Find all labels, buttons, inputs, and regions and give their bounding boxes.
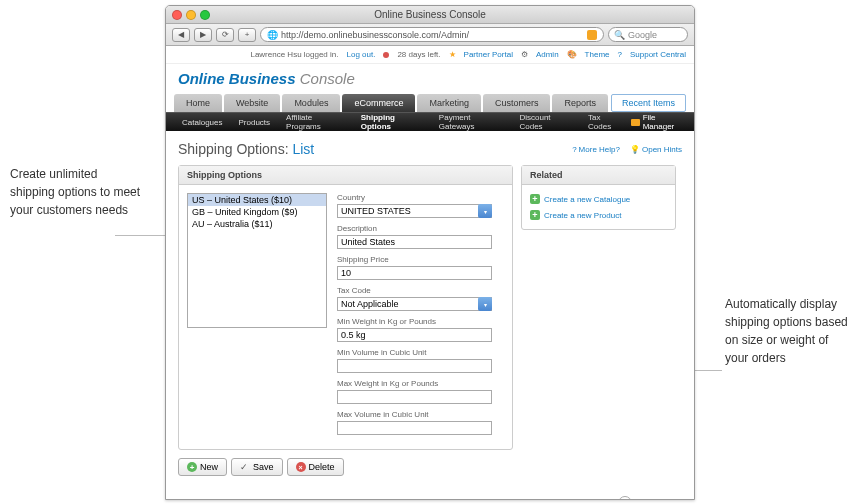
search-placeholder: Google xyxy=(628,30,657,40)
admin-link[interactable]: Admin xyxy=(536,50,559,59)
open-hints-label: Open Hints xyxy=(642,145,682,154)
list-item[interactable]: GB – United Kingdom ($9) xyxy=(188,206,326,218)
subnav-tax[interactable]: Tax Codes xyxy=(580,113,631,131)
tab-modules[interactable]: Modules xyxy=(282,94,340,112)
subnav-payment[interactable]: Payment Gateways xyxy=(431,113,512,131)
url-bar[interactable]: 🌐 http://demo.onlinebusinessconsole.com/… xyxy=(260,27,604,42)
plus-icon: + xyxy=(530,210,540,220)
shipping-listbox[interactable]: US – United States ($10) GB – United Kin… xyxy=(187,193,327,328)
min-weight-label: Min Weight in Kg or Pounds xyxy=(337,317,504,326)
related-label: Create a new Catalogue xyxy=(544,195,630,204)
description-input[interactable] xyxy=(337,235,492,249)
rss-icon[interactable] xyxy=(587,30,597,40)
admin-icon: ⚙ xyxy=(521,50,528,59)
right-column: Related + Create a new Catalogue + Creat… xyxy=(521,165,676,476)
panel-header: Shipping Options xyxy=(179,166,512,185)
back-to-top-label: Back to Top xyxy=(636,499,678,500)
more-help-link[interactable]: ?More Help? xyxy=(572,145,620,154)
price-input[interactable] xyxy=(337,266,492,280)
top-util-bar: Lawrence Hsu logged in. Log out. 28 days… xyxy=(166,46,694,64)
back-button[interactable]: ◀ xyxy=(172,28,190,42)
description-label: Description xyxy=(337,224,504,233)
action-bar: + New ✓ Save × Delete xyxy=(178,458,513,476)
logged-in-text: Lawrence Hsu logged in. xyxy=(250,50,338,59)
help-links: ?More Help? 💡Open Hints xyxy=(572,145,682,154)
related-label: Create a new Product xyxy=(544,211,621,220)
field-country: Country ▾ xyxy=(337,193,504,218)
browser-window: Online Business Console ◀ ▶ ⟳ + 🌐 http:/… xyxy=(165,5,695,500)
more-help-label: More Help? xyxy=(579,145,620,154)
subnav-catalogues[interactable]: Catalogues xyxy=(174,118,230,127)
related-panel: Related + Create a new Catalogue + Creat… xyxy=(521,165,676,230)
max-weight-label: Max Weight in Kg or Pounds xyxy=(337,379,504,388)
max-volume-label: Max Volume in Cubic Unit xyxy=(337,410,504,419)
sub-nav: Catalogues Products Affiliate Programs S… xyxy=(166,113,694,131)
tax-label: Tax Code xyxy=(337,286,504,295)
delete-label: Delete xyxy=(309,462,335,472)
support-link[interactable]: Support Central xyxy=(630,50,686,59)
recent-items-button[interactable]: Recent Items xyxy=(611,94,686,112)
tab-marketing[interactable]: Marketing xyxy=(417,94,481,112)
related-create-catalogue[interactable]: + Create a new Catalogue xyxy=(530,191,667,207)
min-volume-input[interactable] xyxy=(337,359,492,373)
partner-portal-link[interactable]: Partner Portal xyxy=(464,50,513,59)
related-create-product[interactable]: + Create a new Product xyxy=(530,207,667,223)
new-label: New xyxy=(200,462,218,472)
annotation-right: Automatically display shipping options b… xyxy=(725,295,850,367)
tab-ecommerce[interactable]: eCommerce xyxy=(342,94,415,112)
add-button[interactable]: + xyxy=(238,28,256,42)
window-title: Online Business Console xyxy=(166,9,694,20)
browser-toolbar: ◀ ▶ ⟳ + 🌐 http://demo.onlinebusinesscons… xyxy=(166,24,694,46)
min-weight-input[interactable] xyxy=(337,328,492,342)
field-description: Description xyxy=(337,224,504,249)
field-tax: Tax Code ▾ xyxy=(337,286,504,311)
search-bar[interactable]: 🔍 Google xyxy=(608,27,688,42)
file-manager-label: File Manager xyxy=(643,113,686,131)
support-icon: ? xyxy=(618,50,622,59)
url-text: http://demo.onlinebusinessconsole.com/Ad… xyxy=(281,30,469,40)
country-select[interactable] xyxy=(337,204,492,218)
shipping-options-panel: Shipping Options US – United States ($10… xyxy=(178,165,513,450)
subnav-shipping[interactable]: Shipping Options xyxy=(353,113,431,131)
tab-website[interactable]: Website xyxy=(224,94,280,112)
list-item[interactable]: AU – Australia ($11) xyxy=(188,218,326,230)
list-item[interactable]: US – United States ($10) xyxy=(188,194,326,206)
tab-home[interactable]: Home xyxy=(174,94,222,112)
tab-customers[interactable]: Customers xyxy=(483,94,551,112)
subnav-discount[interactable]: Discount Codes xyxy=(511,113,580,131)
page-body: Shipping Options: List ?More Help? 💡Open… xyxy=(166,131,694,486)
save-button[interactable]: ✓ Save xyxy=(231,458,283,476)
tab-reports[interactable]: Reports xyxy=(552,94,608,112)
price-label: Shipping Price xyxy=(337,255,504,264)
tax-select[interactable] xyxy=(337,297,492,311)
subnav-affiliate[interactable]: Affiliate Programs xyxy=(278,113,353,131)
field-max-volume: Max Volume in Cubic Unit xyxy=(337,410,504,435)
theme-link[interactable]: Theme xyxy=(585,50,610,59)
plus-icon: + xyxy=(530,194,540,204)
max-weight-input[interactable] xyxy=(337,390,492,404)
logout-link[interactable]: Log out. xyxy=(347,50,376,59)
max-volume-input[interactable] xyxy=(337,421,492,435)
new-button[interactable]: + New xyxy=(178,458,227,476)
theme-icon: 🎨 xyxy=(567,50,577,59)
delete-button[interactable]: × Delete xyxy=(287,458,344,476)
related-header: Related xyxy=(522,166,675,185)
logo-area: Online Business Console xyxy=(166,64,694,91)
save-icon: ✓ xyxy=(240,462,250,472)
forward-button[interactable]: ▶ xyxy=(194,28,212,42)
field-max-weight: Max Weight in Kg or Pounds xyxy=(337,379,504,404)
days-left-text: 28 days left. xyxy=(397,50,440,59)
back-to-top[interactable]: ▲ Back to Top xyxy=(618,496,678,499)
page-title: Shipping Options: List xyxy=(178,141,314,157)
file-manager-link[interactable]: File Manager xyxy=(631,113,686,131)
open-hints-link[interactable]: 💡Open Hints xyxy=(630,145,682,154)
reload-button[interactable]: ⟳ xyxy=(216,28,234,42)
subnav-products[interactable]: Products xyxy=(230,118,278,127)
logo-part2: Console xyxy=(296,70,355,87)
field-min-volume: Min Volume in Cubic Unit xyxy=(337,348,504,373)
main-layout: Shipping Options US – United States ($10… xyxy=(178,165,682,476)
globe-icon: 🌐 xyxy=(267,30,278,40)
page-title-a: Shipping Options: xyxy=(178,141,289,157)
country-label: Country xyxy=(337,193,504,202)
plus-icon: + xyxy=(187,462,197,472)
